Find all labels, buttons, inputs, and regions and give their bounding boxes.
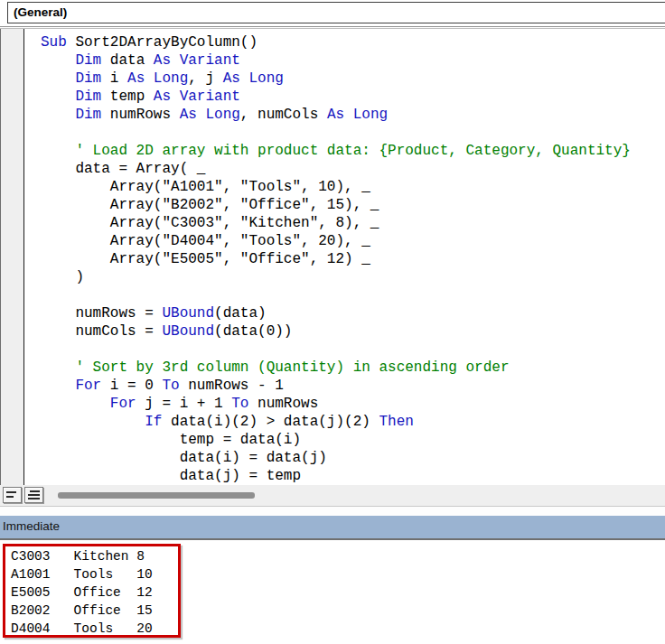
code-line: Array("C3003", "Kitchen", 8), _	[41, 214, 665, 232]
code-line: Dim data As Variant	[41, 51, 665, 70]
code-line: Dim temp As Variant	[41, 88, 665, 106]
code-line: For j = i + 1 To numRows	[41, 395, 665, 413]
immediate-output: C3003 Kitchen 8A1001 Tools 10E5005 Offic…	[11, 547, 178, 638]
code-line: data(j) = temp	[41, 467, 665, 485]
immediate-output-line: D4004 Tools 20	[11, 620, 178, 638]
code-line	[41, 341, 665, 359]
code-line: Array("D4004", "Tools", 20), _	[41, 232, 665, 250]
immediate-output-line: B2002 Office 15	[11, 602, 178, 620]
code-line: If data(i)(2) > data(j)(2) Then	[41, 413, 665, 431]
procedure-view-button[interactable]	[3, 487, 22, 503]
code-line: numRows = UBound(data)	[41, 304, 665, 322]
code-line: data = Array( _	[41, 160, 665, 178]
full-module-view-button[interactable]	[24, 487, 43, 503]
code-line: ' Sort by 3rd column (Quantity) in ascen…	[41, 359, 665, 377]
code-line: data(i) = data(j)	[41, 449, 665, 467]
immediate-output-line: C3003 Kitchen 8	[11, 547, 178, 565]
code-line: Array("E5005", "Office", 12) _	[41, 250, 665, 268]
code-window[interactable]: Sub Sort2DArrayByColumn() Dim data As Va…	[0, 28, 665, 485]
code-line: ' Load 2D array with product data: {Prod…	[41, 142, 665, 160]
code-line: For i = 0 To numRows - 1	[41, 377, 665, 395]
pane-splitter[interactable]	[0, 507, 665, 516]
code-window-toolbar: (General)	[0, 0, 665, 27]
code-editor[interactable]: Sub Sort2DArrayByColumn() Dim data As Va…	[25, 29, 665, 485]
code-line: Array("B2002", "Office", 15), _	[41, 196, 665, 214]
immediate-window-header[interactable]: Immediate	[0, 516, 665, 540]
output-highlight-box: C3003 Kitchen 8A1001 Tools 10E5005 Offic…	[3, 544, 181, 638]
immediate-output-line: E5005 Office 12	[11, 583, 178, 602]
code-line	[41, 286, 665, 304]
object-dropdown-value: (General)	[14, 5, 67, 19]
object-dropdown[interactable]: (General)	[7, 2, 665, 23]
code-line: Array("A1001", "Tools", 10), _	[41, 178, 665, 196]
immediate-window-title: Immediate	[3, 519, 60, 533]
code-line: temp = data(i)	[41, 431, 665, 449]
code-line: Dim numRows As Long, numCols As Long	[41, 106, 665, 124]
full-module-view-icon	[28, 490, 40, 499]
code-line: Sub Sort2DArrayByColumn()	[41, 33, 665, 51]
immediate-window[interactable]: C3003 Kitchen 8A1001 Tools 10E5005 Offic…	[0, 540, 665, 644]
scrollbar-thumb[interactable]	[58, 492, 255, 499]
procedure-view-icon	[6, 490, 18, 499]
code-line: )	[41, 268, 665, 286]
horizontal-scrollbar[interactable]	[0, 485, 665, 507]
code-line: numCols = UBound(data(0))	[41, 322, 665, 341]
margin-indicator-bar	[0, 29, 24, 485]
immediate-output-line: A1001 Tools 10	[11, 565, 178, 583]
code-line	[41, 124, 665, 142]
code-line: Dim i As Long, j As Long	[41, 70, 665, 88]
